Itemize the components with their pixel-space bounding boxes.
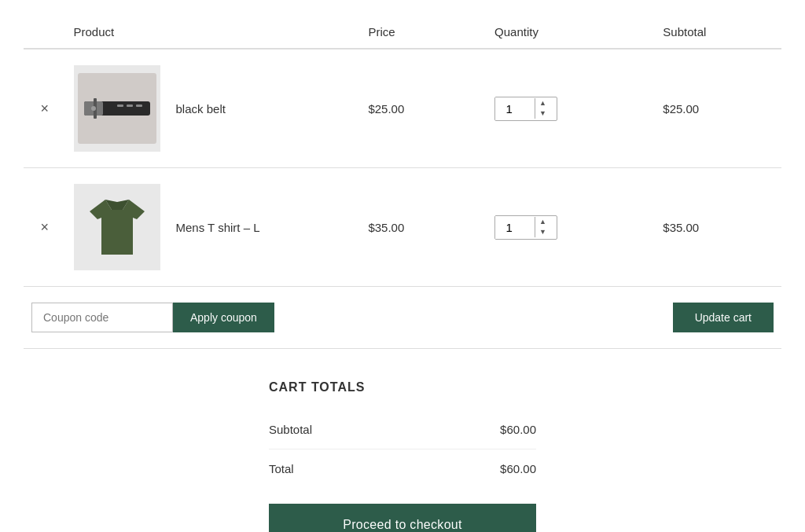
cart-actions: Apply coupon Update cart xyxy=(24,287,781,349)
checkout-button[interactable]: Proceed to checkout xyxy=(269,504,536,532)
subtotal-label: Subtotal xyxy=(269,423,312,436)
quantity-cell-mens-tshirt-l: ▲▼ xyxy=(487,168,655,287)
price-mens-tshirt-l: $35.00 xyxy=(360,168,487,287)
coupon-input[interactable] xyxy=(31,303,173,332)
cart-totals-section: CART TOTALS Subtotal $60.00 Total $60.00… xyxy=(24,380,781,532)
quantity-up-mens-tshirt-l[interactable]: ▲ xyxy=(535,217,550,227)
svg-rect-6 xyxy=(127,105,133,107)
svg-point-4 xyxy=(91,106,96,111)
product-image-black-belt xyxy=(74,65,160,152)
quantity-down-mens-tshirt-l[interactable]: ▼ xyxy=(535,227,550,237)
quantity-up-black-belt[interactable]: ▲ xyxy=(535,98,550,108)
remove-cell: × xyxy=(24,168,66,287)
product-name-mens-tshirt-l: Mens T shirt – L xyxy=(176,221,260,234)
product-name-black-belt: black belt xyxy=(176,102,226,116)
header-product: Product xyxy=(66,16,361,49)
cart-totals: CART TOTALS Subtotal $60.00 Total $60.00… xyxy=(269,380,536,532)
header-subtotal: Subtotal xyxy=(655,16,781,49)
apply-coupon-button[interactable]: Apply coupon xyxy=(173,303,274,332)
header-price: Price xyxy=(360,16,487,49)
coupon-area: Apply coupon xyxy=(31,303,274,332)
subtotal-black-belt: $25.00 xyxy=(655,49,781,168)
subtotal-row: Subtotal $60.00 xyxy=(269,410,536,449)
remove-cell: × xyxy=(24,49,66,168)
update-cart-button[interactable]: Update cart xyxy=(673,303,774,332)
svg-rect-5 xyxy=(117,105,123,107)
cart-row: × Mens T shirt – L$35.00▲▼$35.00 xyxy=(24,168,781,287)
price-black-belt: $25.00 xyxy=(360,49,487,168)
product-cell: Mens T shirt – L xyxy=(66,168,361,287)
product-cell: black belt xyxy=(66,49,361,168)
cart-totals-title: CART TOTALS xyxy=(269,380,536,394)
quantity-input-black-belt[interactable] xyxy=(495,97,535,120)
subtotal-mens-tshirt-l: $35.00 xyxy=(655,168,781,287)
cart-table: Product Price Quantity Subtotal × black … xyxy=(24,16,781,287)
svg-rect-7 xyxy=(136,105,142,107)
remove-item-button-1[interactable]: × xyxy=(41,220,50,234)
total-label: Total xyxy=(269,462,294,475)
total-value: $60.00 xyxy=(500,462,536,475)
subtotal-value: $60.00 xyxy=(500,423,536,436)
total-row: Total $60.00 xyxy=(269,449,536,488)
cart-row: × black belt$25.00▲▼$25.00 xyxy=(24,49,781,168)
remove-item-button-0[interactable]: × xyxy=(41,101,50,116)
product-image-mens-tshirt-l xyxy=(74,184,160,270)
cart-container: Product Price Quantity Subtotal × black … xyxy=(0,0,805,532)
quantity-input-mens-tshirt-l[interactable] xyxy=(495,216,535,239)
header-quantity: Quantity xyxy=(487,16,655,49)
header-remove xyxy=(24,16,66,49)
quantity-cell-black-belt: ▲▼ xyxy=(487,49,655,168)
quantity-down-black-belt[interactable]: ▼ xyxy=(535,108,550,119)
